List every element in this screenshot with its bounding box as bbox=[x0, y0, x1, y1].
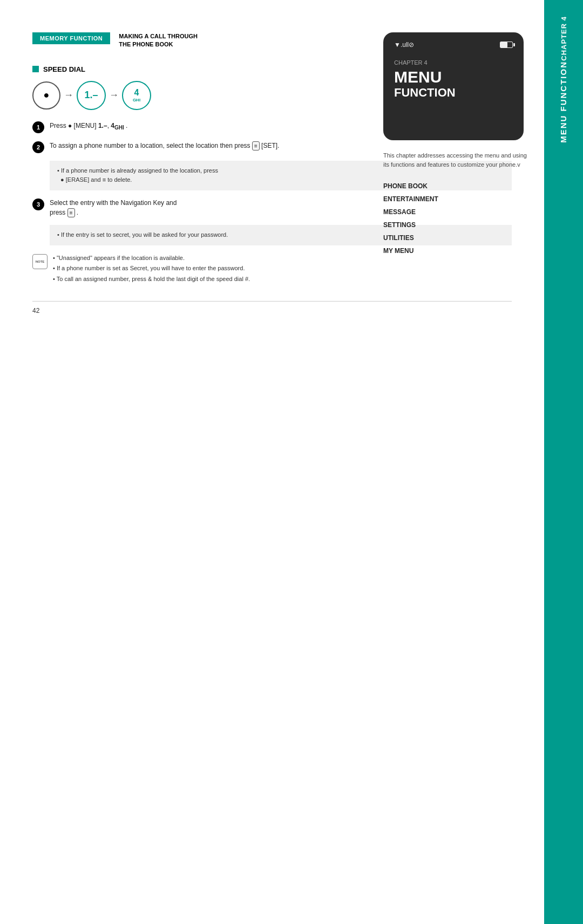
menu-list-item: UTILITIES bbox=[383, 231, 534, 244]
menu-list-item: PHONE BOOK bbox=[383, 180, 534, 193]
note-list: "Unassigned" appears if the location is … bbox=[53, 253, 250, 285]
menu-list-item: MY MENU bbox=[383, 244, 534, 257]
dial-1-button: 1.– bbox=[77, 81, 106, 110]
phone-status-bar: ▼.ull⊘ bbox=[394, 41, 513, 49]
menu-list-item: MESSAGE bbox=[383, 206, 534, 218]
note-item-2: If a phone number is set as Secret, you … bbox=[53, 263, 250, 274]
dial-arrow-1: → bbox=[64, 90, 73, 101]
note-icon-row: NOTE "Unassigned" appears if the locatio… bbox=[32, 253, 512, 285]
sidebar-chapter-label: CHAPTER 4 bbox=[560, 16, 568, 61]
page-number: 42 bbox=[32, 307, 512, 314]
note-icon: NOTE bbox=[32, 254, 48, 269]
right-panel-menu-list: PHONE BOOKENTERTAINMENTMESSAGESETTINGSUT… bbox=[383, 180, 534, 257]
memory-badge: MEMORY FUNCTION bbox=[32, 32, 110, 44]
step-1-num: 1 bbox=[32, 121, 44, 133]
phone-menu-label: MENU bbox=[394, 68, 513, 86]
step-3-text: Select the entry with the Navigation Key… bbox=[50, 198, 177, 217]
right-panel-description: This chapter addresses accessing the men… bbox=[383, 151, 534, 169]
note-item-3: To call an assigned number, press & hold… bbox=[53, 274, 250, 285]
phone-chapter-label: CHAPTER 4 bbox=[394, 59, 513, 66]
dial-4-main: 4 bbox=[134, 88, 139, 98]
right-panel: ▼.ull⊘ CHAPTER 4 MENU FUNCTION This chap… bbox=[383, 32, 534, 257]
page-divider bbox=[32, 301, 512, 302]
menu-list-item: SETTINGS bbox=[383, 218, 534, 231]
step-3-num: 3 bbox=[32, 199, 44, 210]
step-2-num: 2 bbox=[32, 141, 44, 153]
phone-battery-fill bbox=[500, 42, 507, 47]
dial-4-sub: GHI bbox=[133, 98, 140, 102]
dial-arrow-2: → bbox=[109, 90, 119, 101]
menu-list-item: ENTERTAINMENT bbox=[383, 193, 534, 206]
header-title-line1: MAKING A CALL THROUGH bbox=[119, 32, 198, 40]
phone-function-label: FUNCTION bbox=[394, 86, 513, 100]
step-1-text: Press ● [MENU] 1.–, 4GHI . bbox=[50, 121, 127, 132]
step-2-text: To assign a phone number to a location, … bbox=[50, 141, 279, 150]
note-icon-label: NOTE bbox=[36, 260, 45, 263]
sidebar-title: MENU FUNCTION bbox=[558, 61, 569, 154]
dial-dot-button: ● bbox=[32, 81, 60, 109]
phone-signal: ▼.ull⊘ bbox=[394, 41, 414, 49]
phone-mockup: ▼.ull⊘ CHAPTER 4 MENU FUNCTION bbox=[383, 32, 524, 140]
dial-4-button: 4 GHI bbox=[122, 81, 151, 110]
header-title: MAKING A CALL THROUGH THE PHONE BOOK bbox=[119, 32, 198, 49]
sidebar: CHAPTER 4 MENU FUNCTION bbox=[544, 0, 583, 924]
header-title-line2: THE PHONE BOOK bbox=[119, 40, 198, 49]
phone-battery bbox=[500, 42, 513, 48]
note-item-1: "Unassigned" appears if the location is … bbox=[53, 253, 250, 264]
